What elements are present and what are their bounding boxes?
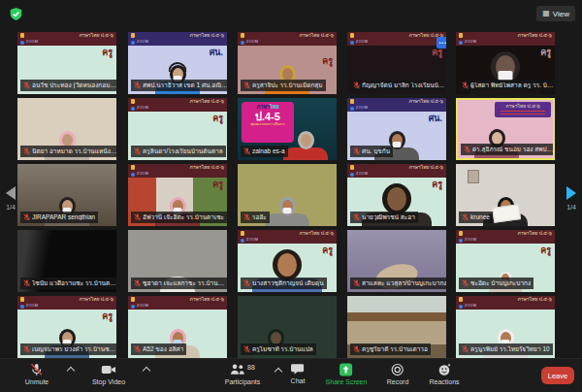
muted-mic-icon <box>23 279 30 287</box>
emblem-icon <box>20 33 24 38</box>
name-bar: เบญจมาพร ม่วงคำ รร.บ้านซาไก <box>20 343 116 355</box>
chat-button[interactable]: Chat <box>291 363 306 384</box>
name-bar: krunee <box>459 212 493 223</box>
participant-name: นางสาวชุติกาญจน์ เต็มดุน <box>252 280 324 287</box>
active-speaker-tile[interactable]: ภาษาไทย ป.๔-๖ ดร.สุธิภรณ์ ชนอม รอง สพป.น… <box>456 98 555 160</box>
participant-tile[interactable]: JIRAPAPAR sengthian <box>17 164 116 226</box>
more-options-badge[interactable]: ••• <box>436 37 446 49</box>
participant-name: สพป.นราธิวาส เขต 1 ศน.อณิช... <box>143 82 227 89</box>
record-icon <box>391 363 404 376</box>
card-line1b: ไทย <box>270 104 279 110</box>
participant-tile[interactable]: สาแลหะ แวสุลา/บ้านบูเกะบากง <box>347 230 446 292</box>
virtual-bg-header: ภาษาไทย ป.๔-๖ ZOOM <box>456 32 555 46</box>
muted-mic-icon <box>134 345 141 353</box>
zoom-logo-icon <box>131 107 135 111</box>
emblem-icon <box>131 99 135 104</box>
role-badge: ครู <box>102 49 113 57</box>
name-bar: รอฮีะ <box>241 212 270 223</box>
reactions-label: Reactions <box>429 378 459 385</box>
participant-tile[interactable]: ภาษาไทย ป.๔-๖ ZOOM ครู อนวัช ประทอง (วัด… <box>17 32 116 94</box>
record-label: Record <box>387 378 409 385</box>
name-bar: ศน. บุชกัน <box>350 146 393 157</box>
participant-tile[interactable]: ภาษาไทย ป.๔-๖ ZOOM ครู ผู้โสดา พิทย์โพสา… <box>456 32 555 94</box>
participant-tile[interactable]: ภาษาไทย ป.๔-๖ ZOOM ครู ครูสาจิปะ รร.บ้าน… <box>238 32 337 94</box>
participant-tile[interactable]: ภาษาไทย ป.๔-๖ ZOOM A52 ของ อลิศา <box>128 296 227 358</box>
participant-tile[interactable]: ภาษาไทย ป.๔-๖ ZOOM ครู นายวุฒิพรชน์ สะอา <box>347 164 446 226</box>
reactions-button[interactable]: Reactions <box>429 363 459 385</box>
name-bar: ครูลินดา/โรงเรียนบ้านต้นตาล <box>131 146 226 157</box>
name-bar: นายวุฒิพรชน์ สะอา <box>350 212 418 223</box>
zoom-brand: ZOOM <box>465 41 477 45</box>
leave-button[interactable]: Leave <box>541 367 574 384</box>
emblem-icon <box>459 297 463 302</box>
share-screen-button[interactable]: Share Screen <box>326 363 368 385</box>
muted-mic-icon <box>353 82 360 89</box>
security-shield-icon[interactable] <box>9 7 23 21</box>
virtual-bg-header: ภาษาไทย ป.๔-๖ ZOOM <box>456 296 555 310</box>
muted-mic-icon <box>353 213 360 221</box>
emblem-icon <box>241 231 244 236</box>
unmute-button[interactable]: Unmute <box>25 363 49 385</box>
participant-tile[interactable]: ภาษาไทย ป.๔-๖ ZOOM ครู เบญจมาพร ม่วงคำ ร… <box>17 296 116 358</box>
muted-mic-icon <box>243 147 250 155</box>
card-line1a: ภาษา <box>256 104 269 110</box>
participant-tile[interactable]: ภาษาไทย ป.๔-๖ ZOOM ครู ซะอีดะ บ้านบูเกะบ… <box>456 230 555 292</box>
name-bar: นิตยา อาหมาด รร.บ้านแหนังกาหยี <box>20 146 116 157</box>
participant-tile[interactable]: krunee <box>456 164 555 226</box>
participant-tile[interactable]: นิตยา อาหมาด รร.บ้านแหนังกาหยี <box>17 98 116 160</box>
header-banner: ภาษาไทย ป.๔-๖ <box>299 33 334 38</box>
virtual-bg-header: ภาษาไทย ป.๔-๖ ZOOM <box>128 98 227 112</box>
virtual-bg-header: ภาษาไทย ป.๔-๖ ZOOM <box>17 32 116 46</box>
header-banner: ภาษาไทย ป.๔-๖ <box>299 231 334 236</box>
muted-mic-icon <box>464 146 470 153</box>
participant-tile[interactable]: ภาษาไทย ป.4-5 ชุดสมรรถนะการสื่อสาร zaina… <box>238 98 337 160</box>
participants-button[interactable]: 88 Participants <box>225 363 261 385</box>
role-badge: ครู <box>102 312 113 321</box>
zoom-logo-icon <box>20 41 24 45</box>
participant-tile[interactable]: ครูซูรียาตี รร.บ้านเตาวอ <box>347 296 446 358</box>
participant-name: ครูสาจิปะ รร.บ้านเม็ดกสุม <box>252 82 323 89</box>
participant-tile[interactable]: ครูไมซาที รร.บ้านแปล <box>238 296 337 358</box>
participant-tile[interactable]: ภาษาไทย ป.๔-๖ ZOOM ครู ••• กัญญาจัตน์ มา… <box>347 32 446 94</box>
name-bar: ซะอีดะ บ้านบูเกะบากง <box>459 278 534 289</box>
header-banner: ภาษาไทย ป.๔-๖ <box>517 297 552 302</box>
muted-mic-icon <box>243 279 250 287</box>
participant-tile[interactable]: รอฮีะ <box>238 164 337 226</box>
participant-tile[interactable]: ภาษาไทย ป.๔-๖ ZOOM ครูนูรพิมย์ รร.ไทยรัฐ… <box>456 296 555 358</box>
name-bar: ดร.สุธิภรณ์ ชนอม รอง สพป.นราธิ... <box>461 144 555 155</box>
unmute-label: Unmute <box>25 378 49 385</box>
muted-mic-icon <box>30 363 44 376</box>
zoom-brand: ZOOM <box>137 305 149 309</box>
name-bar: ไซนับ แวดือราแซะ รร.บ้านตาลง <box>20 278 116 289</box>
participant-tile[interactable]: ซูฮาดา เจะแลกาชะ รร.บ้านตอห... <box>128 230 227 292</box>
header-banner: ภาษาไทย ป.๔-๖ <box>189 165 224 170</box>
participant-name: ซะอีดะ บ้านบูเกะบากง <box>470 280 531 287</box>
participant-name: ครูซูรียาตี รร.บ้านเตาวอ <box>362 346 428 353</box>
virtual-bg-header: ภาษาไทย ป.๔-๖ ZOOM <box>128 32 227 46</box>
participant-name: สาแลหะ แวสุลา/บ้านบูเกะบากง <box>362 280 446 287</box>
participant-tile[interactable]: ภาษาไทย ป.๔-๖ ZOOM ศน. ศน. บุชกัน <box>347 98 446 160</box>
prev-page-button[interactable]: 1/4 <box>1 186 20 211</box>
participant-tile[interactable]: ภาษาไทย ป.๔-๖ ZOOM ครู นางสาวชุติกาญจน์ … <box>238 230 337 292</box>
grid-view-icon: ▦ <box>542 10 550 17</box>
stop-video-button[interactable]: Stop Video <box>92 363 125 385</box>
participant-name: krunee <box>470 214 490 221</box>
participant-tile[interactable]: ภาษาไทย ป.๔-๖ ZOOM ครู อัฟวานี เจ๊ะฮิตะ … <box>128 164 227 226</box>
muted-mic-icon <box>462 82 469 89</box>
view-button[interactable]: ▦ View <box>536 6 575 21</box>
virtual-bg-header: ภาษาไทย ป.๔-๖ ZOOM <box>347 164 446 178</box>
muted-mic-icon <box>243 213 250 221</box>
name-bar: สาแลหะ แวสุลา/บ้านบูเกะบากง <box>350 278 446 289</box>
participant-tile[interactable]: ภาษาไทย ป.๔-๖ ZOOM ศน. สพป.นราธิวาส เขต … <box>128 32 227 94</box>
participant-name: A52 ของ อลิศา <box>143 346 183 353</box>
participant-name: ดร.สุธิภรณ์ ชนอม รอง สพป.นราธิ... <box>472 147 554 153</box>
participant-name: ซูฮาดา เจะแลกาชะ รร.บ้านตอห... <box>143 280 227 287</box>
name-bar: ครูสาจิปะ รร.บ้านเม็ดกสุม <box>241 80 326 91</box>
participant-name: ครูลินดา/โรงเรียนบ้านต้นตาล <box>143 148 223 155</box>
participant-tile[interactable]: ไซนับ แวดือราแซะ รร.บ้านตาลง <box>17 230 116 292</box>
muted-mic-icon <box>134 279 141 287</box>
next-page-button[interactable]: 1/4 <box>562 186 581 211</box>
record-button[interactable]: Record <box>387 363 409 385</box>
participant-tile[interactable]: ภาษาไทย ป.๔-๖ ZOOM ครู ครูลินดา/โรงเรียน… <box>128 98 227 160</box>
participant-name: อัฟวานี เจ๊ะฮิตะ รร.บ้านตาเซะ <box>143 214 224 221</box>
